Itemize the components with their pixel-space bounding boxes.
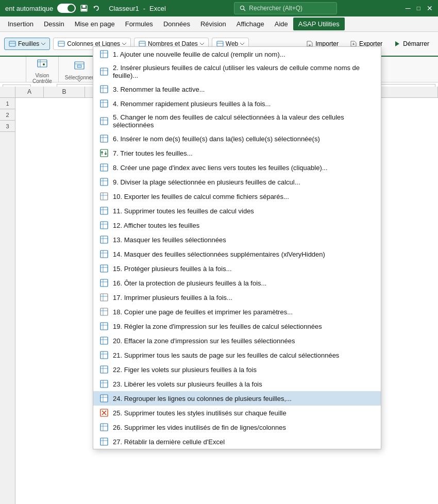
dropdown-item-19[interactable]: 19. Régler la zone d'impression sur les …	[93, 319, 381, 333]
dropdown-item-8[interactable]: 8. Créer une page d'index avec liens ver…	[93, 160, 381, 175]
dropdown-item-4[interactable]: 4. Renommer rapidement plusieurs feuille…	[93, 96, 381, 111]
svg-line-5	[244, 9, 245, 11]
menu-items: InsertionDessinMise en pageFormulesDonné…	[3, 18, 345, 30]
menu-item-icon-24	[99, 408, 109, 417]
app-separator: -	[143, 5, 145, 12]
menu-item-text-26: 27. Rétablir la dernière cellule d'Excel	[113, 438, 375, 446]
dropdown-item-11[interactable]: 11. Supprimer toutes les feuilles de cal…	[93, 204, 381, 218]
dropdown-item-23[interactable]: 23. Libérer les volets sur plusieurs feu…	[93, 377, 381, 391]
selectionner-button[interactable]	[71, 57, 88, 74]
dropdown-item-3[interactable]: 3. Renommer la feuille active...	[93, 82, 381, 96]
autosave-toggle[interactable]	[57, 4, 76, 13]
menu-item-icon-16	[99, 293, 109, 302]
menu-item-text-15: 16. Ôter la protection de plusieurs feui…	[113, 279, 375, 287]
dropdown-item-10[interactable]: 10. Exporter les feuilles de calcul comm…	[93, 189, 381, 204]
menu-item-dessin[interactable]: Dessin	[39, 18, 70, 30]
vision-controle-button[interactable]	[34, 55, 50, 72]
dropdown-item-24[interactable]: 24. Regrouper les lignes ou colonnes de …	[93, 391, 381, 406]
menu-item-icon-13	[99, 249, 109, 259]
dropdown-item-17[interactable]: 17. Imprimer plusieurs feuilles à la foi…	[93, 290, 381, 305]
colonnes-lignes-dropdown-arrow	[122, 43, 126, 45]
feuilles-dropdown: 1. Ajouter une nouvelle feuille de calcu…	[93, 46, 381, 449]
menu-item-text-7: 8. Créer une page d'index avec liens ver…	[113, 164, 375, 172]
maximize-icon[interactable]: □	[417, 5, 420, 12]
svg-rect-90	[100, 395, 108, 402]
menu-item-text-8: 9. Diviser la plage sélectionnée en plus…	[113, 178, 375, 186]
title-bar-left: ent automatique Classeur1 - Excel	[5, 4, 166, 13]
svg-rect-10	[139, 41, 145, 46]
svg-rect-66	[100, 279, 108, 287]
col-header-a: A	[15, 87, 44, 97]
dropdown-item-18[interactable]: 18. Copier une page de feuilles et impri…	[93, 305, 381, 319]
dropdown-item-12[interactable]: 12. Afficher toutes les feuilles	[93, 218, 381, 232]
dropdown-item-13[interactable]: 13. Masquer les feuilles sélectionnées	[93, 232, 381, 247]
menu-item-text-0: 1. Ajouter une nouvelle feuille de calcu…	[113, 51, 375, 58]
menu-item-mise-en-page[interactable]: Mise en page	[70, 18, 120, 30]
menu-item-revision[interactable]: Révision	[195, 18, 231, 30]
web-dropdown-arrow	[240, 43, 244, 45]
demarrer-icon	[394, 40, 401, 47]
svg-rect-29	[100, 86, 108, 93]
minimize-icon[interactable]: ─	[406, 4, 411, 12]
col-header-b: B	[44, 87, 85, 97]
menu-item-text-3: 4. Renommer rapidement plusieurs feuille…	[113, 100, 375, 108]
svg-rect-1	[82, 5, 86, 8]
menu-item-text-4: 5. Changer le nom des feuilles de calcul…	[113, 113, 375, 129]
menu-item-icon-25	[99, 423, 109, 432]
menu-item-formules[interactable]: Formules	[120, 18, 158, 30]
svg-rect-99	[100, 438, 108, 445]
ribbon-btn-feuilles[interactable]: Feuilles	[4, 38, 50, 50]
svg-point-19	[43, 63, 45, 65]
feuilles-icon	[9, 40, 16, 47]
save-icon[interactable]	[80, 4, 88, 12]
svg-rect-45	[100, 178, 108, 186]
dropdown-item-21[interactable]: 21. Supprimer tous les sauts de page sur…	[93, 348, 381, 362]
search-box[interactable]: Rechercher (Alt+Q)	[234, 2, 337, 14]
dropdown-item-9[interactable]: 9. Diviser la plage sélectionnée en plus…	[93, 175, 381, 189]
dropdown-item-16[interactable]: 16. Ôter la protection de plusieurs feui…	[93, 276, 381, 290]
menu-item-donnees[interactable]: Données	[158, 18, 195, 30]
dropdown-item-14[interactable]: 14. Masquer des feuilles sélectionnées s…	[93, 247, 381, 261]
undo-icon[interactable]	[92, 4, 100, 12]
dropdown-item-15[interactable]: 15. Protéger plusieurs feuilles à la foi…	[93, 261, 381, 276]
title-bar-controls: ─ □ ✕	[406, 4, 433, 12]
dropdown-item-25[interactable]: 25. Supprimer toutes les styles inutilis…	[93, 406, 381, 420]
menu-item-aide[interactable]: Aide	[269, 18, 293, 30]
menu-item-affichage[interactable]: Affichage	[231, 18, 269, 30]
dropdown-item-26[interactable]: 26. Supprimer les vides inutilisés de fi…	[93, 420, 381, 434]
dropdown-item-7[interactable]: 7. Trier toutes les feuilles...	[93, 146, 381, 160]
demarrer-button[interactable]: Démarrer	[389, 38, 434, 49]
menu-item-text-16: 17. Imprimer plusieurs feuilles à la foi…	[113, 294, 375, 301]
svg-rect-57	[100, 236, 108, 243]
dropdown-item-22[interactable]: 22. Figer les volets sur plusieurs feuil…	[93, 362, 381, 377]
menu-item-icon-17	[99, 307, 109, 316]
svg-rect-96	[100, 424, 108, 431]
dropdown-item-2[interactable]: 2. Insérer plusieurs feuilles de calcul …	[93, 61, 381, 82]
svg-rect-81	[100, 351, 108, 359]
svg-rect-63	[100, 265, 108, 272]
svg-rect-60	[100, 250, 108, 258]
vision-controle-group: VisionContrôle	[32, 55, 52, 84]
dropdown-item-27[interactable]: 27. Rétablir la dernière cellule d'Excel	[93, 434, 381, 449]
close-icon[interactable]: ✕	[427, 4, 433, 12]
svg-rect-78	[100, 337, 108, 344]
menu-item-icon-18	[99, 322, 109, 331]
dropdown-item-1[interactable]: 1. Ajouter une nouvelle feuille de calcu…	[93, 47, 381, 61]
menu-bar: InsertionDessinMise en pageFormulesDonné…	[0, 16, 438, 32]
menu-item-icon-14	[99, 264, 109, 273]
menu-item-icon-20	[99, 350, 109, 360]
menu-item-text-6: 7. Trier toutes les feuilles...	[113, 149, 375, 157]
menu-item-asap[interactable]: ASAP Utilities	[293, 18, 345, 30]
menu-item-insertion[interactable]: Insertion	[3, 18, 39, 30]
menu-item-icon-9	[99, 192, 109, 201]
menu-item-text-2: 3. Renommer la feuille active...	[113, 86, 375, 93]
menu-item-icon-3	[99, 99, 109, 108]
demarrer-label: Démarrer	[403, 40, 429, 47]
feuilles-label: Feuilles	[18, 40, 39, 47]
dropdown-item-5[interactable]: 5. Changer le nom des feuilles de calcul…	[93, 111, 381, 131]
dropdown-item-20[interactable]: 20. Effacer la zone d'impression sur les…	[93, 333, 381, 348]
svg-point-4	[241, 6, 244, 10]
menu-item-icon-0	[99, 49, 109, 59]
dropdown-item-6[interactable]: 6. Insérer le nom de(s) feuille(s) dans …	[93, 131, 381, 146]
svg-rect-35	[100, 117, 108, 125]
